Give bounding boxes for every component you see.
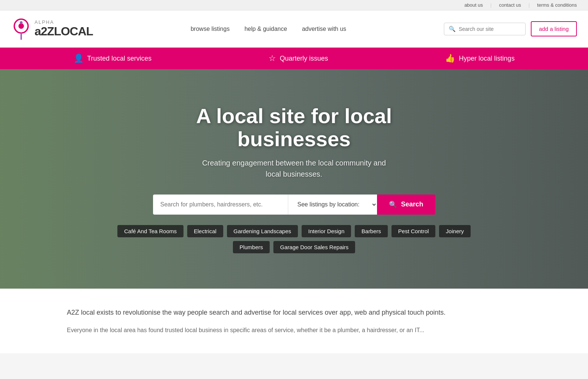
hero-search-button[interactable]: 🔍 Search <box>377 195 435 215</box>
svg-point-3 <box>20 21 22 24</box>
category-tags: Café And Tea RoomsElectricalGardening La… <box>108 225 480 253</box>
divider1: | <box>490 2 491 8</box>
banner-item-trusted: 👤 Trusted local services <box>74 54 152 63</box>
banner-item-hyper: 👍 Hyper local listings <box>445 54 514 63</box>
about-sub-text: Everyone in the local area has found tru… <box>67 325 521 335</box>
star-icon: ☆ <box>269 54 276 63</box>
add-listing-button[interactable]: add a listing <box>531 21 577 36</box>
category-tag[interactable]: Plumbers <box>233 241 270 253</box>
logo-icon <box>11 17 32 41</box>
search-icon: 🔍 <box>449 26 456 32</box>
nav-browse-listings[interactable]: browse listings <box>191 26 230 32</box>
terms-conditions-link[interactable]: terms & conditions <box>537 2 577 8</box>
hero-location-select[interactable]: See listings by location: London Manches… <box>288 195 377 215</box>
header-right: 🔍 add a listing <box>444 21 577 36</box>
header: ALPHA a2ZLOCAL browse listings help & gu… <box>0 10 588 48</box>
banner-item-quarterly: ☆ Quarterly issues <box>269 54 328 63</box>
category-tag[interactable]: Café And Tea Rooms <box>117 225 183 237</box>
hero-search-input[interactable] <box>153 195 288 215</box>
hero-content: A local site for local businesses Creati… <box>0 69 588 289</box>
category-tag[interactable]: Interior Design <box>302 225 351 237</box>
svg-point-1 <box>19 23 24 29</box>
divider2: | <box>529 2 530 8</box>
search-btn-icon: 🔍 <box>389 200 397 209</box>
hero-subtitle: Creating engagement between the local co… <box>201 157 387 180</box>
category-tag[interactable]: Electrical <box>187 225 223 237</box>
header-search-input[interactable] <box>459 26 521 32</box>
logo-text: ALPHA a2ZLOCAL <box>35 20 93 38</box>
top-bar: about us | contact us | terms & conditio… <box>0 0 588 10</box>
about-us-link[interactable]: about us <box>464 2 483 8</box>
category-tag[interactable]: Garage Door Sales Repairs <box>273 241 355 253</box>
logo[interactable]: ALPHA a2ZLOCAL <box>11 17 93 41</box>
about-section: A2Z local exists to revolutionise the wa… <box>0 289 588 353</box>
category-tag[interactable]: Joinery <box>439 225 470 237</box>
category-tag[interactable]: Gardening Landscapes <box>227 225 298 237</box>
hero-search-bar: See listings by location: London Manches… <box>153 195 435 215</box>
nav-advertise[interactable]: advertise with us <box>302 26 346 32</box>
hero-section: A local site for local businesses Creati… <box>0 69 588 289</box>
about-main-text: A2Z local exists to revolutionise the wa… <box>67 307 521 318</box>
header-search-box[interactable]: 🔍 <box>444 23 526 35</box>
pink-banner: 👤 Trusted local services ☆ Quarterly iss… <box>0 48 588 69</box>
thumbsup-icon: 👍 <box>445 54 455 63</box>
category-tag[interactable]: Pest Control <box>392 225 436 237</box>
person-icon: 👤 <box>74 54 84 63</box>
logo-alpha-text: ALPHA <box>35 20 93 25</box>
hero-title: A local site for local businesses <box>164 105 424 150</box>
main-nav: browse listings help & guidance advertis… <box>104 26 433 32</box>
category-tag[interactable]: Barbers <box>355 225 388 237</box>
nav-help-guidance[interactable]: help & guidance <box>244 26 287 32</box>
contact-us-link[interactable]: contact us <box>499 2 521 8</box>
logo-a2z-text: a2ZLOCAL <box>35 25 93 38</box>
